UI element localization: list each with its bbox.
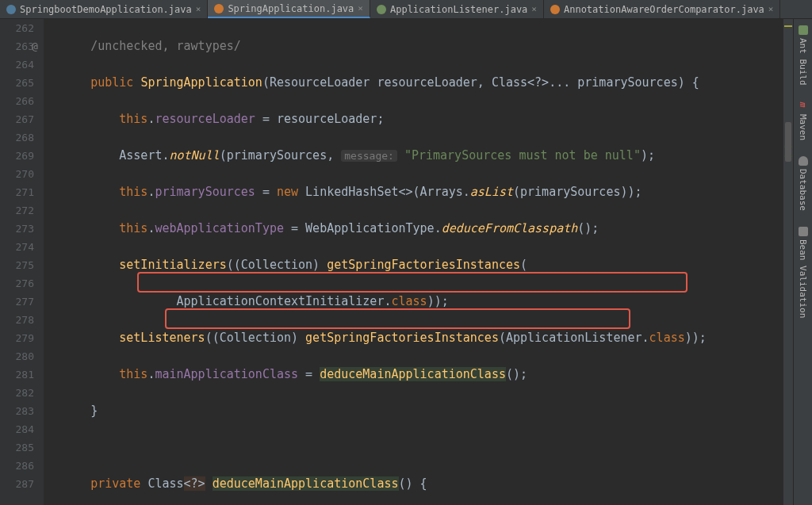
vertical-scrollbar[interactable]: [783, 19, 793, 505]
editor-main-area: 262263@264265266267268269270271272273274…: [0, 19, 812, 505]
close-icon[interactable]: ×: [531, 4, 537, 14]
maven-icon: m: [799, 101, 808, 111]
editor-tabs-bar: SpringbootDemoApplication.java × SpringA…: [0, 0, 812, 19]
bean-validation-icon: [799, 227, 808, 236]
line-number-gutter: 262263@264265266267268269270271272273274…: [0, 19, 44, 505]
close-icon[interactable]: ×: [768, 4, 774, 14]
tab-label: AnnotationAwareOrderComparator.java: [564, 4, 764, 15]
code-content[interactable]: /unchecked, rawtypes/ public SpringAppli…: [44, 19, 783, 505]
tool-window-maven[interactable]: m Maven: [798, 101, 808, 140]
tool-window-ant-build[interactable]: Ant Build: [798, 25, 808, 86]
highlight-annotation-1: [137, 272, 688, 293]
code-editor[interactable]: 262263@264265266267268269270271272273274…: [0, 19, 783, 505]
tab-label: ApplicationListener.java: [390, 4, 527, 15]
close-icon[interactable]: ×: [196, 4, 201, 14]
class-file-icon: [550, 5, 560, 14]
class-file-icon: [214, 4, 224, 13]
ant-icon: [799, 25, 808, 35]
tab-file-2[interactable]: ApplicationListener.java ×: [370, 0, 544, 18]
java-file-icon: [6, 5, 16, 14]
tab-label: SpringbootDemoApplication.java: [20, 4, 192, 15]
interface-file-icon: [377, 5, 386, 14]
scrollbar-thumb[interactable]: [785, 122, 791, 162]
tab-file-0[interactable]: SpringbootDemoApplication.java ×: [0, 0, 208, 18]
highlight-annotation-2: [165, 308, 630, 329]
right-tool-window-bar: Ant Build m Maven Database Bean Validati…: [793, 19, 812, 505]
tab-file-3[interactable]: AnnotationAwareOrderComparator.java ×: [544, 0, 781, 18]
tab-label: SpringApplication.java: [228, 3, 354, 14]
tab-file-1[interactable]: SpringApplication.java ×: [208, 0, 370, 18]
close-icon[interactable]: ×: [358, 3, 363, 13]
database-icon: [799, 156, 808, 166]
tool-window-bean-validation[interactable]: Bean Validation: [798, 227, 808, 318]
tool-window-database[interactable]: Database: [798, 156, 808, 211]
